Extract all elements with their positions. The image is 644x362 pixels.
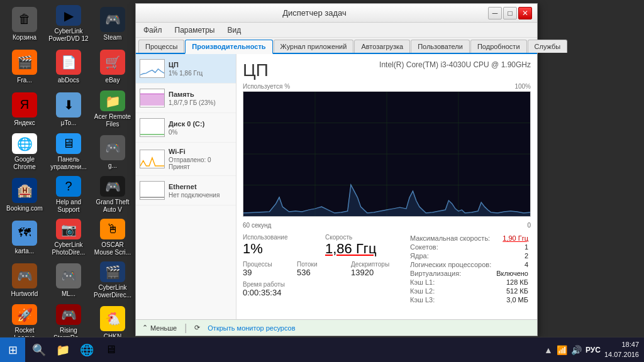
menu-view[interactable]: Вид	[222, 25, 246, 36]
tab-performance[interactable]: Производительность	[185, 40, 272, 54]
desktop-icon-12[interactable]: 🏨 Booking.com	[3, 173, 47, 216]
tray-network[interactable]: 📶	[557, 345, 567, 355]
disk-info: Диск 0 (C:) 0%	[169, 120, 232, 136]
disk-value: 0%	[169, 129, 232, 136]
tray-arrow[interactable]: ▲	[544, 345, 553, 355]
desktop-icon-18[interactable]: 🎮 Hurtworld	[3, 259, 47, 302]
tab-details[interactable]: Подробности	[470, 40, 527, 53]
tray-sound[interactable]: 🔊	[571, 345, 582, 355]
graph-time-right: 0	[527, 222, 531, 229]
icon-image-5: 🛒	[100, 50, 125, 75]
icon-label-3: Fra...	[17, 77, 31, 84]
icon-image-3: 🎬	[12, 50, 37, 75]
icon-label-19: ML...	[62, 290, 75, 298]
sidebar-item-disk[interactable]: Диск 0 (C:) 0%	[136, 113, 236, 143]
tray-language[interactable]: РУС	[586, 346, 601, 354]
desktop-icon-10[interactable]: 🖥 Панель управлени...	[47, 131, 91, 173]
l2-value: 512 КБ	[494, 287, 531, 295]
desktop-icon-14[interactable]: 🎮 Grand Theft Auto V	[91, 173, 135, 216]
usage-stat-label: Использование	[243, 234, 319, 241]
icon-label-13: Help and Support	[48, 199, 89, 214]
wifi-label: Wi-Fi	[169, 148, 232, 155]
ethernet-info: Ethernet Нет подключения	[169, 183, 232, 199]
desktop-icon-17[interactable]: 🖱 OSCAR Mouse Scri...	[91, 216, 135, 259]
memory-info: Память 1,8/7,9 ГБ (23%)	[169, 90, 232, 106]
menu-file[interactable]: Файл	[138, 25, 167, 36]
icon-label-4: abDocs	[58, 77, 79, 84]
desktop-icon-1[interactable]: ▶ CyberLink PowerDVD 12	[47, 3, 91, 45]
less-button[interactable]: ⌃ Меньше	[142, 324, 177, 332]
icon-label-6: Яндекс	[14, 119, 35, 127]
icon-image-14: 🎮	[100, 176, 125, 197]
l2-row: Кэш L2: 512 КБ	[408, 287, 531, 295]
desktop-icon-20[interactable]: 🎬 CyberLink PowerDirec...	[91, 259, 135, 302]
desktop-icon-19[interactable]: 🎮 ML...	[47, 259, 91, 302]
desktop-icon-15[interactable]: 🗺 karta...	[3, 216, 47, 259]
l3-label: Кэш L3:	[408, 295, 494, 304]
sidebar-item-memory[interactable]: Память 1,8/7,9 ГБ (23%)	[136, 84, 236, 113]
virtual-label: Виртуализация:	[408, 269, 494, 278]
max-speed-row: Максимальная скорость: 1,90 Ггц	[408, 234, 531, 243]
sidebar-item-ethernet[interactable]: Ethernet Нет подключения	[136, 176, 236, 206]
start-button[interactable]: ⊞	[0, 337, 25, 363]
taskbar-monitor[interactable]: 🖥	[99, 339, 122, 361]
desktop-icon-0[interactable]: 🗑 Корзина	[3, 3, 47, 45]
desktop-icon-2[interactable]: 🎮 Steam	[91, 3, 135, 45]
desktop-icon-16[interactable]: 📷 CyberLink PhotoDire...	[47, 216, 91, 259]
desktop-icon-4[interactable]: 📄 abDocs	[47, 45, 91, 88]
logical-value: 4	[494, 260, 531, 269]
icon-image-15: 🗺	[12, 221, 37, 246]
uptime-label: Время работы	[243, 281, 401, 288]
icon-image-22: 🎮	[56, 304, 81, 325]
menu-params[interactable]: Параметры	[170, 25, 220, 36]
l2-label: Кэш L2:	[408, 287, 494, 295]
tab-app-history[interactable]: Журнал приложений	[274, 40, 354, 53]
memory-value: 1,8/7,9 ГБ (23%)	[169, 99, 232, 106]
task-manager-window: Диспетчер задач ─ □ ✕ Файл Параметры Вид…	[135, 3, 538, 336]
menubar: Файл Параметры Вид	[136, 23, 537, 38]
desktop-icon-8[interactable]: 📁 Acer Remote Files	[91, 88, 135, 131]
svg-rect-0	[140, 94, 164, 106]
taskbar-search[interactable]: 🔍	[28, 339, 50, 361]
sidebar-item-wifi[interactable]: Wi-Fi Отправлено: 0 Принят	[136, 143, 236, 176]
cpu-value: 1% 1,86 Ггц	[169, 70, 232, 77]
l1-value: 128 КБ	[494, 278, 531, 287]
taskbar-browser[interactable]: 🌐	[75, 339, 98, 361]
desktop-icon-9[interactable]: 🌐 Google Chrome	[3, 131, 47, 173]
monitor-link[interactable]: Открыть монитор ресурсов	[208, 324, 295, 332]
desktop-icon-11[interactable]: 🎮 g...	[91, 131, 135, 173]
icon-image-0: 🗑	[12, 7, 37, 32]
speed-stat: Скорость 1,86 Ггц	[325, 234, 401, 257]
wifi-info: Wi-Fi Отправлено: 0 Принят	[169, 148, 232, 170]
handles-label: Дескрипторы	[351, 261, 401, 268]
ethernet-mini-chart	[140, 181, 165, 200]
tab-services[interactable]: Службы	[528, 40, 568, 53]
tab-users[interactable]: Пользователи	[411, 40, 470, 53]
minimize-button[interactable]: ─	[488, 7, 502, 19]
taskbar-files[interactable]: 📁	[52, 339, 74, 361]
clock-time: 18:47	[604, 340, 639, 349]
sidebar: ЦП 1% 1,86 Ггц Память 1,8/7,9 ГБ (23%)	[136, 54, 236, 319]
maximize-button[interactable]: □	[503, 7, 517, 19]
sidebar-item-cpu[interactable]: ЦП 1% 1,86 Ггц	[136, 54, 236, 84]
icon-label-16: CyberLink PhotoDire...	[48, 241, 89, 256]
max-speed-label: Максимальная скорость:	[408, 234, 494, 243]
desktop-icon-5[interactable]: 🛒 eBay	[91, 45, 135, 88]
speed-stat-label: Скорость	[325, 234, 401, 241]
tab-startup[interactable]: Автозагрузка	[354, 40, 410, 53]
icon-image-13: ?	[56, 176, 81, 197]
cpu-main-title: ЦП	[243, 60, 269, 80]
tab-processes[interactable]: Процессы	[138, 40, 184, 53]
close-button[interactable]: ✕	[518, 7, 532, 19]
desktop-icon-3[interactable]: 🎬 Fra...	[3, 45, 47, 88]
desktop-icon-13[interactable]: ? Help and Support	[47, 173, 91, 216]
virtual-row: Виртуализация: Включено	[408, 269, 531, 278]
icon-image-12: 🏨	[12, 178, 37, 203]
desktop-icon-6[interactable]: Я Яндекс	[3, 88, 47, 131]
handles-value: 13920	[351, 268, 401, 277]
desktop-icon-7[interactable]: ⬇ μTo...	[47, 88, 91, 131]
icon-image-2: 🎮	[100, 7, 125, 32]
icon-image-6: Я	[12, 92, 37, 118]
separator: |	[184, 322, 187, 334]
desktop: 🗑 Корзина ▶ CyberLink PowerDVD 12 🎮 Stea…	[0, 0, 644, 362]
